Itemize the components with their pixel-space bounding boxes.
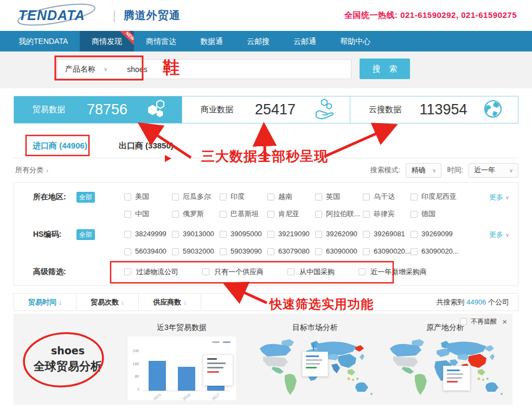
checkbox[interactable]: [267, 248, 274, 255]
hs-option[interactable]: 56039400: [124, 246, 172, 257]
card-business-data[interactable]: 商业数据 25417: [182, 96, 350, 123]
checkbox[interactable]: [358, 268, 366, 275]
region-option[interactable]: 德国: [411, 209, 458, 219]
region-option[interactable]: 印度尼西亚: [411, 191, 458, 202]
hs-option[interactable]: 39269099: [411, 229, 458, 239]
hs-option[interactable]: 59039090: [220, 246, 267, 257]
checkbox[interactable]: [287, 268, 294, 275]
checkbox[interactable]: [172, 193, 179, 200]
checkbox[interactable]: [411, 211, 418, 218]
region-option[interactable]: 美国: [124, 191, 172, 202]
region-more-link[interactable]: 更多 ∨: [489, 191, 509, 219]
region-option[interactable]: 英国: [315, 191, 363, 202]
hs-option[interactable]: 63090000: [315, 246, 363, 257]
region-option[interactable]: 巴基斯坦: [220, 209, 267, 219]
tab-importers[interactable]: 进口商 (44906): [33, 141, 87, 151]
checkbox[interactable]: [363, 211, 370, 218]
checkbox[interactable]: [267, 231, 274, 238]
checkbox[interactable]: [315, 231, 322, 238]
hs-option[interactable]: 39219090: [267, 229, 315, 239]
checkbox[interactable]: [411, 231, 418, 238]
region-option[interactable]: 乌干达: [363, 191, 411, 202]
dismiss-area: 不再提醒 ×: [460, 317, 507, 326]
hs-option[interactable]: 63090020...: [363, 246, 411, 257]
hs-option[interactable]: 39013000: [172, 229, 220, 239]
region-option[interactable]: 越南: [267, 191, 315, 202]
checkbox[interactable]: [315, 248, 322, 255]
region-option[interactable]: 阿拉伯联...: [315, 209, 363, 219]
hs-option[interactable]: 59032000: [172, 246, 220, 257]
region-option[interactable]: 印度: [220, 191, 267, 202]
checkbox[interactable]: [220, 193, 227, 200]
checkbox[interactable]: [363, 231, 370, 238]
advanced-option-new-buyers[interactable]: 近一年新增采购商: [358, 266, 427, 277]
data-source-cards: 贸易数据 78756 商业数据 25417: [14, 96, 518, 124]
hs-all-badge[interactable]: 全部: [76, 229, 95, 240]
logo[interactable]: TENDATA | 腾道外贸通: [14, 3, 181, 28]
advanced-option-single-supplier[interactable]: 只有一个供应商: [202, 266, 264, 277]
tab-exporters[interactable]: 出口商 (33850): [119, 141, 174, 151]
checkbox[interactable]: [315, 211, 322, 218]
checkbox[interactable]: [172, 211, 179, 218]
search-mode-select[interactable]: 精确 ∨: [406, 163, 441, 178]
region-option[interactable]: 肯尼亚: [267, 209, 315, 219]
checkbox[interactable]: [363, 193, 370, 200]
checkbox[interactable]: [124, 211, 131, 218]
y-axis-ticks: 24K16K 8K0: [129, 349, 139, 391]
region-option[interactable]: 中国: [124, 209, 172, 219]
card-cloud-search-data[interactable]: 云搜数据 113954: [350, 96, 518, 123]
nav-item-cloud-mail[interactable]: 云邮通: [281, 31, 328, 51]
card-value: 113954: [405, 101, 482, 118]
sort-down-icon: ↓: [121, 298, 125, 306]
checkbox[interactable]: [220, 231, 227, 238]
checkbox[interactable]: [220, 211, 227, 218]
checkbox[interactable]: [202, 268, 209, 275]
sort-trade-time[interactable]: 贸易时间 ↓: [14, 294, 76, 310]
checkbox[interactable]: [124, 193, 131, 200]
region-all-badge[interactable]: 全部: [76, 192, 95, 203]
checkbox[interactable]: [460, 318, 467, 325]
hs-option[interactable]: 63090020...: [411, 246, 458, 257]
checkbox[interactable]: [411, 193, 418, 200]
sort-supplier-count[interactable]: 供应商数 ↓: [139, 294, 201, 310]
region-option[interactable]: 俄罗斯: [172, 209, 220, 219]
time-range-select[interactable]: 近一年 ∨: [469, 163, 518, 178]
checkbox[interactable]: [124, 268, 131, 275]
checkbox[interactable]: [220, 248, 227, 255]
sort-trade-count[interactable]: 贸易次数 ↓: [76, 294, 139, 310]
hs-option[interactable]: 39262090: [315, 229, 363, 239]
region-option[interactable]: 厄瓜多尔: [172, 191, 220, 202]
hs-option[interactable]: 38249999: [124, 229, 172, 239]
checkbox[interactable]: [267, 211, 274, 218]
hs-more-link[interactable]: 更多 ∨: [489, 229, 509, 257]
nav-item-help-center[interactable]: 帮助中心: [328, 31, 382, 51]
hs-option[interactable]: 39269081: [363, 229, 411, 239]
checkbox[interactable]: [124, 248, 131, 255]
checkbox[interactable]: [315, 193, 322, 200]
region-option[interactable]: 菲律宾: [363, 209, 411, 219]
search-input[interactable]: [113, 65, 292, 74]
search-mode-label: 搜索模式:: [370, 165, 401, 175]
checkbox[interactable]: [267, 193, 274, 200]
close-icon[interactable]: ×: [502, 319, 507, 325]
sort-down-icon: ↓: [59, 298, 62, 306]
checkbox[interactable]: [172, 231, 179, 238]
search-category-dropdown[interactable]: 产品名称 ∨: [57, 64, 113, 74]
hs-option[interactable]: 39095000: [220, 229, 267, 239]
checkbox[interactable]: [363, 248, 370, 255]
logo-text: TENDATA: [18, 8, 85, 23]
hs-option[interactable]: 63079080: [267, 246, 315, 257]
advanced-option-buy-from-china[interactable]: 从中国采购: [287, 266, 335, 277]
nav-item-cloud-mail-search[interactable]: 云邮搜: [235, 31, 281, 51]
card-trade-data[interactable]: 贸易数据 78756: [14, 96, 182, 123]
checkbox[interactable]: [411, 248, 418, 255]
checkbox[interactable]: [172, 248, 179, 255]
nav-item-my-tendata[interactable]: 我的TENDATA: [7, 31, 80, 51]
all-categories-link[interactable]: 所有分类: [15, 165, 43, 175]
nav-item-business-radar[interactable]: 商情雷达: [134, 31, 188, 51]
advanced-option-filter-logistics[interactable]: 过滤物流公司: [124, 266, 178, 277]
nav-item-business-discovery[interactable]: 商情发现 NEW: [80, 31, 134, 51]
nav-item-data-pass[interactable]: 数据通: [188, 31, 235, 51]
search-button[interactable]: 搜 索: [360, 59, 410, 79]
checkbox[interactable]: [124, 231, 131, 238]
